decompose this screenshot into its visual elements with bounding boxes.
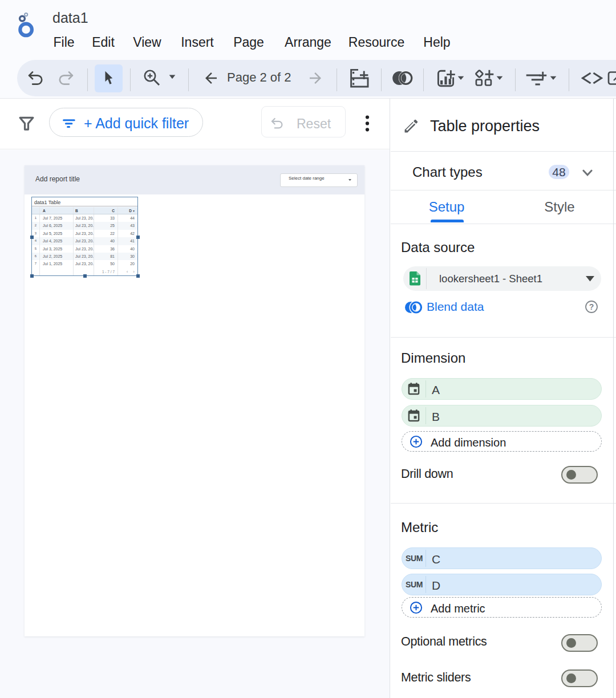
svg-text:?: ? — [589, 302, 594, 311]
